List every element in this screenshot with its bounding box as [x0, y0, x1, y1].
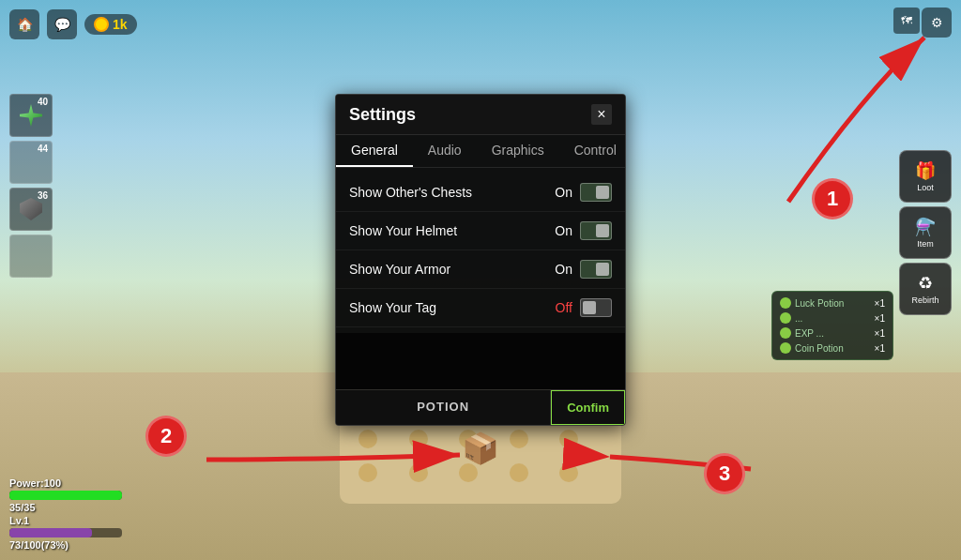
toggle-knob-2: [596, 263, 609, 276]
tab-general[interactable]: General: [336, 135, 413, 167]
toggle-knob-0: [596, 186, 609, 199]
setting-row-1: Show Your Helmet On: [336, 212, 625, 250]
setting-label-1: Show Your Helmet: [349, 223, 555, 238]
toggle-knob-1: [596, 224, 609, 237]
settings-modal: Settings × General Audio Graphics Contro…: [335, 94, 626, 426]
badge-3: 3: [704, 453, 745, 494]
badge-1: 1: [812, 178, 853, 219]
badge-3-number: 3: [719, 462, 730, 486]
setting-value-0: On: [555, 185, 572, 200]
toggle-0[interactable]: [580, 183, 612, 202]
tab-control[interactable]: Control: [559, 135, 626, 167]
tab-audio[interactable]: Audio: [413, 135, 477, 167]
confirm-button[interactable]: Confim: [551, 390, 625, 425]
toggle-2[interactable]: [580, 260, 612, 279]
modal-content: Show Other's Chests On Show Your Helmet …: [336, 168, 625, 333]
toggle-3[interactable]: [580, 298, 612, 317]
setting-value-2: On: [555, 262, 572, 277]
setting-row-3: Show Your Tag Off: [336, 289, 625, 327]
setting-value-1: On: [555, 223, 572, 238]
setting-label-3: Show Your Tag: [349, 300, 556, 315]
modal-overlay: Settings × General Audio Graphics Contro…: [0, 0, 961, 560]
badge-2-number: 2: [160, 424, 172, 448]
modal-header: Settings ×: [336, 95, 625, 135]
modal-close-button[interactable]: ×: [591, 104, 612, 125]
setting-row-2: Show Your Armor On: [336, 250, 625, 289]
setting-value-3: Off: [556, 300, 572, 315]
setting-row-0: Show Other's Chests On: [336, 174, 625, 212]
setting-label-2: Show Your Armor: [349, 262, 555, 277]
modal-tabs: General Audio Graphics Control: [336, 135, 625, 168]
modal-empty-area: [336, 333, 625, 389]
toggle-knob-3: [583, 301, 596, 314]
badge-2: 2: [145, 416, 187, 457]
badge-1-number: 1: [827, 187, 838, 211]
toggle-1[interactable]: [580, 221, 612, 240]
modal-title: Settings: [349, 105, 416, 125]
setting-label-0: Show Other's Chests: [349, 185, 555, 200]
modal-footer: POTION Confim: [336, 389, 625, 425]
tab-graphics[interactable]: Graphics: [477, 135, 559, 167]
potion-button[interactable]: POTION: [336, 390, 551, 425]
